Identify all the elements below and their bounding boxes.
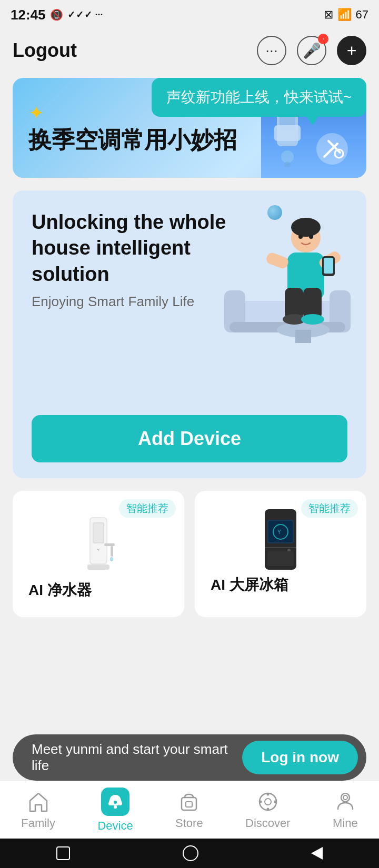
smart-card-title: Unlocking the whole house intelligent so… [32,209,232,287]
android-recent-button[interactable] [56,846,70,860]
svg-point-24 [298,235,303,239]
svg-rect-12 [295,330,311,343]
svg-rect-32 [111,546,113,557]
add-button[interactable]: + [337,36,366,65]
more-icon: ··· [95,9,103,21]
svg-rect-20 [265,251,290,270]
nav-icons: ··· 🎤 · + [257,36,366,65]
svg-rect-2 [274,125,301,141]
device-icon [106,793,124,811]
bottom-nav: Family Device Store Disc [0,781,379,839]
svg-point-14 [291,218,321,237]
device-icon-wrapper [101,788,129,816]
android-back-button[interactable] [311,847,323,860]
svg-rect-45 [182,798,196,810]
nav-label-family: Family [21,816,55,830]
fridge-image: Y [257,507,304,575]
home-icon [27,790,50,813]
svg-rect-23 [324,258,333,274]
svg-point-50 [266,808,269,810]
mine-icon [334,790,357,813]
svg-rect-44 [114,805,117,809]
time-display: 12:45 [11,7,46,23]
tooltip-text: 声纹新功能上线，快来试试~ [166,89,352,105]
discover-icon [256,790,280,813]
nav-label-mine: Mine [333,816,358,830]
svg-point-25 [309,235,313,239]
svg-point-33 [110,557,113,561]
add-device-button[interactable]: Add Device [32,415,347,462]
notification-badge: · [318,34,328,44]
svg-rect-29 [94,523,103,542]
message-icon: ··· [265,42,277,59]
svg-point-54 [343,795,347,800]
product-name-2: AI 大屏冰箱 [205,575,356,600]
purifier-image: Y [75,512,122,580]
product-badge-2: 智能推荐 [301,499,358,518]
nav-item-store[interactable]: Store [175,790,203,830]
svg-point-49 [266,793,269,795]
screen-icon: ⊠ [324,8,333,22]
voice-button[interactable]: 🎤 · [297,36,326,65]
battery-display: 67 [356,8,368,22]
nav-item-discover[interactable]: Discover [245,790,291,830]
svg-rect-42 [267,551,294,566]
person-illustration [219,206,356,354]
nav-item-family[interactable]: Family [21,790,55,830]
login-banner-text: Meet yunmi and start your smart life [32,741,242,774]
status-bar: 12:45 📵 ✓ ✓ ✓ ··· ⊠ 📶 67 [0,0,379,29]
tools-icon [314,130,351,167]
tooltip-bubble: 声纹新功能上线，快来试试~ [152,78,366,117]
login-now-button[interactable]: Log in now [242,741,358,774]
svg-point-43 [114,801,117,804]
android-home-button[interactable] [183,845,198,861]
svg-point-19 [301,314,324,325]
status-left: 12:45 📵 ✓ ✓ ✓ ··· [11,7,103,23]
svg-point-48 [265,799,271,805]
signal-icon: 📵 [50,8,63,21]
check-icons: ✓ ✓ ✓ [67,9,91,21]
nav-label-discover: Discover [245,816,291,830]
svg-rect-31 [104,543,115,546]
wifi-icon: 📶 [337,8,352,22]
plus-icon: + [347,41,357,60]
nav-label-device: Device [97,819,133,833]
svg-point-53 [341,793,350,802]
login-banner: Meet yunmi and start your smart life Log… [13,734,366,781]
nav-label-store: Store [175,816,203,830]
message-button[interactable]: ··· [257,36,286,65]
svg-text:Y: Y [277,529,281,535]
svg-point-47 [260,793,276,810]
smart-house-card: Unlocking the whole house intelligent so… [13,190,366,478]
banner-title: 换季空调常用小妙招 [28,126,237,154]
product-badge-1: 智能推荐 [119,499,176,518]
store-icon [177,790,201,813]
svg-point-52 [274,800,276,803]
logout-button[interactable]: Logout [13,39,77,62]
svg-point-51 [259,800,262,803]
product-grid: 智能推荐 Y AI 净水器 智能推荐 [13,491,366,617]
svg-rect-34 [87,564,109,570]
status-right: ⊠ 📶 67 [324,8,368,22]
product-name-1: AI 净水器 [23,580,174,605]
product-card-fridge[interactable]: 智能推荐 Y AI 大屏冰箱 [195,491,366,617]
android-bar [0,839,379,868]
top-nav: Logout ··· 🎤 · + [0,29,379,72]
mic-icon: 🎤 [303,42,321,59]
svg-rect-46 [186,802,192,807]
product-card-purifier[interactable]: 智能推荐 Y AI 净水器 [13,491,184,617]
nav-item-device[interactable]: Device [97,788,133,833]
nav-item-mine[interactable]: Mine [333,790,358,830]
svg-point-3 [281,150,294,163]
svg-text:Y: Y [97,548,100,552]
